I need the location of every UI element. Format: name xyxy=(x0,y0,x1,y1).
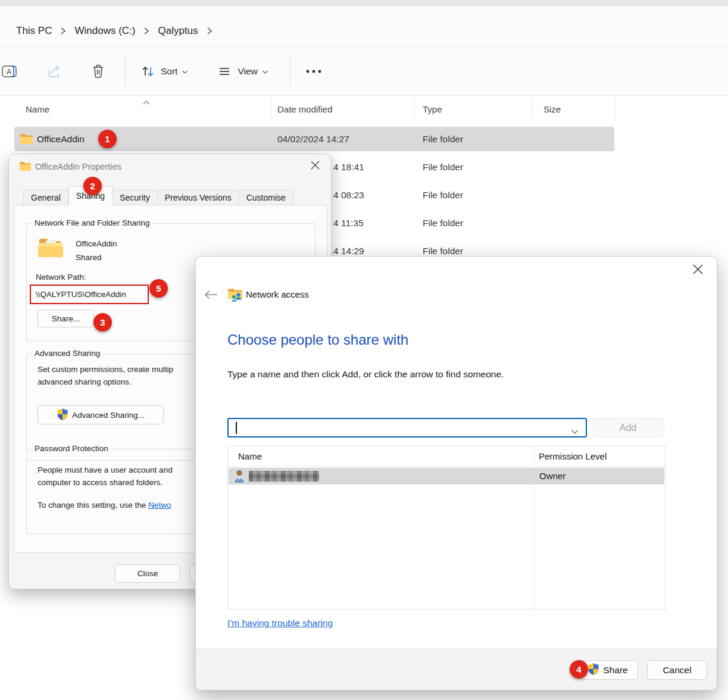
network-path-label: Network Path: xyxy=(36,273,86,282)
divider xyxy=(0,95,728,96)
network-path-value: \\QALYPTUS\OfficeAddin xyxy=(36,290,126,299)
column-separator[interactable] xyxy=(414,99,414,119)
sort-label: Sort xyxy=(161,66,177,77)
column-headers: Name Date modified Type Size xyxy=(0,97,728,123)
password-protection-line1: People must have a user account and xyxy=(38,465,173,474)
back-arrow-icon[interactable] xyxy=(204,290,218,302)
tab-security[interactable]: Security xyxy=(113,190,158,205)
trouble-sharing-link[interactable]: I'm having trouble sharing xyxy=(227,618,333,629)
tab-strip: General Sharing Security Previous Versio… xyxy=(23,186,293,205)
breadcrumb-chevron-icon[interactable] xyxy=(60,27,66,35)
column-separator[interactable] xyxy=(532,99,532,119)
column-header-name[interactable]: Name xyxy=(238,451,262,461)
advanced-sharing-button-label: Advanced Sharing... xyxy=(72,411,145,420)
shared-state: Shared xyxy=(76,253,102,262)
sort-icon xyxy=(139,62,157,80)
network-sharing-centre-link[interactable]: Netwo xyxy=(148,501,171,510)
file-date: 04/02/2024 14:27 xyxy=(277,126,349,152)
rename-icon[interactable]: A xyxy=(1,62,19,80)
tab-previous-versions[interactable]: Previous Versions xyxy=(158,190,239,205)
column-header-date-modified[interactable]: Date modified xyxy=(277,104,333,114)
annotation-badge-5: 5 xyxy=(149,279,168,298)
close-button[interactable]: Close xyxy=(115,564,180,583)
annotation-badge-4: 4 xyxy=(570,660,588,679)
share-icon[interactable] xyxy=(46,62,64,80)
group-label: Password Protection xyxy=(32,444,111,453)
folder-icon xyxy=(20,126,33,152)
text-cursor xyxy=(236,422,237,434)
toolbar: A Sort View xyxy=(0,47,728,95)
close-icon[interactable] xyxy=(310,160,320,173)
breadcrumb: This PC Windows (C:) Qalyptus xyxy=(16,25,213,37)
shared-folder-icon xyxy=(38,237,64,261)
file-date: 4 18:41 xyxy=(333,154,364,180)
dialog-footer: Share Cancel xyxy=(196,648,717,690)
user-icon xyxy=(234,470,245,485)
share-button-properties[interactable]: Share... xyxy=(38,310,94,327)
share-button-label: Share xyxy=(603,665,627,676)
breadcrumb-chevron-icon[interactable] xyxy=(207,27,213,35)
advanced-sharing-text-line2: advanced sharing options. xyxy=(38,377,132,386)
cancel-button[interactable]: Cancel xyxy=(647,660,707,680)
chevron-down-icon xyxy=(262,66,268,77)
folder-icon xyxy=(19,161,32,174)
file-type: File folder xyxy=(423,182,463,208)
sort-ascending-caret-icon xyxy=(142,97,151,107)
column-header-name[interactable]: Name xyxy=(26,104,49,114)
chevron-down-icon xyxy=(182,66,188,77)
chevron-down-icon[interactable] xyxy=(571,426,579,437)
more-options-icon[interactable] xyxy=(305,62,323,80)
svg-text:A: A xyxy=(7,68,11,76)
delete-icon[interactable] xyxy=(89,62,107,80)
annotation-badge-3: 3 xyxy=(93,313,112,332)
uac-shield-icon xyxy=(57,408,68,423)
tab-customise[interactable]: Customise xyxy=(239,190,293,205)
advanced-sharing-button[interactable]: Advanced Sharing... xyxy=(38,405,164,424)
file-date: 4 11:35 xyxy=(333,210,364,236)
close-icon[interactable] xyxy=(692,264,704,277)
file-date: 4 08:23 xyxy=(333,182,364,208)
network-path-highlight-box: \\QALYPTUS\OfficeAddin xyxy=(30,285,149,304)
file-type: File folder xyxy=(423,210,463,236)
view-label: View xyxy=(238,66,257,77)
column-header-type[interactable]: Type xyxy=(423,104,442,114)
breadcrumb-chevron-icon[interactable] xyxy=(143,27,149,35)
network-access-dialog: Network access Choose people to share wi… xyxy=(195,256,717,690)
group-label: Network File and Folder Sharing xyxy=(32,218,153,227)
breadcrumb-this-pc[interactable]: This PC xyxy=(16,25,52,37)
explorer-window: This PC Windows (C:) Qalyptus A Sort xyxy=(0,0,728,700)
sort-button[interactable]: Sort xyxy=(139,62,188,80)
file-type: File folder xyxy=(423,154,463,180)
permission-level-value: Owner xyxy=(539,471,565,481)
permissions-table: Name Permission Level Owner xyxy=(227,446,665,610)
breadcrumb-qalyptus[interactable]: Qalyptus xyxy=(158,25,198,37)
column-separator[interactable] xyxy=(615,99,616,119)
view-button[interactable]: View xyxy=(215,62,268,80)
window-top-strip xyxy=(0,0,728,6)
dialog-title: OfficeAddin Properties xyxy=(35,162,121,171)
add-button[interactable]: Add xyxy=(592,418,664,438)
column-header-permission-level[interactable]: Permission Level xyxy=(539,451,607,461)
dialog-title: Network access xyxy=(246,289,309,299)
advanced-sharing-text-line1: Set custom permissions, create multip xyxy=(38,365,173,374)
toolbar-separator xyxy=(290,56,290,87)
column-separator[interactable] xyxy=(271,99,271,119)
network-share-folder-icon xyxy=(227,288,243,304)
password-protection-line2: computer to access shared folders. xyxy=(38,478,163,487)
shared-folder-name: OfficeAddin xyxy=(76,239,117,248)
password-protection-line3: To change this setting, use the Netwo xyxy=(38,501,171,510)
annotation-badge-1: 1 xyxy=(98,130,117,148)
breadcrumb-windows-c[interactable]: Windows (C:) xyxy=(74,25,135,37)
annotation-badge-2: 2 xyxy=(83,177,102,195)
people-combobox[interactable] xyxy=(227,418,587,438)
instruction-text: Type a name and then click Add, or click… xyxy=(227,369,504,380)
file-type: File folder xyxy=(423,126,463,152)
toolbar-separator xyxy=(125,56,126,87)
group-label: Advanced Sharing xyxy=(32,349,103,358)
permissions-table-header: Name Permission Level xyxy=(228,446,665,467)
page-heading: Choose people to share with xyxy=(227,332,408,348)
redacted-user-name xyxy=(249,471,319,482)
tab-general[interactable]: General xyxy=(23,190,68,205)
column-header-size[interactable]: Size xyxy=(543,104,561,114)
table-row[interactable]: Owner xyxy=(229,468,664,485)
